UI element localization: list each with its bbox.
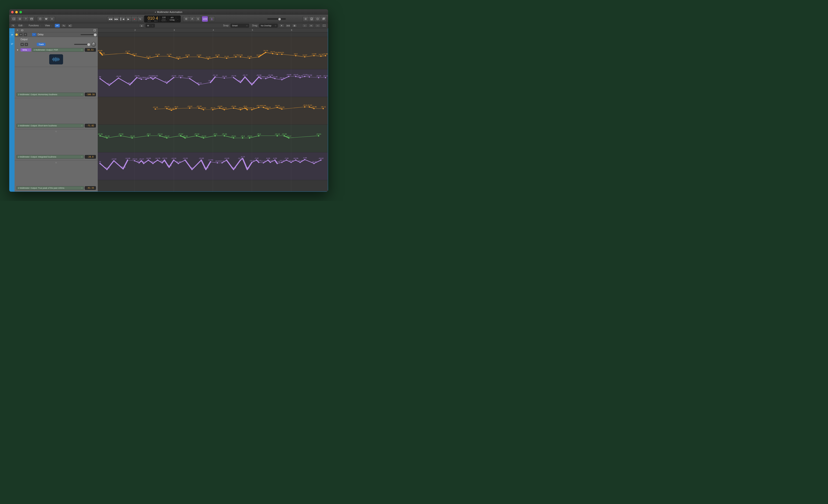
automation-point[interactable] — [187, 56, 188, 57]
rewind-button[interactable]: ◀◀ — [107, 16, 113, 22]
automation-point[interactable] — [258, 162, 259, 163]
automation-point[interactable] — [263, 162, 264, 164]
automation-point[interactable] — [304, 56, 305, 57]
automation-point[interactable] — [166, 82, 167, 84]
automation-point[interactable] — [265, 52, 266, 53]
automation-point[interactable] — [233, 169, 234, 170]
master-volume-slider[interactable] — [267, 18, 286, 19]
track-num-17[interactable]: 17 — [9, 37, 14, 51]
automation-point[interactable] — [106, 137, 108, 138]
automation-point[interactable] — [155, 109, 156, 110]
automation-point[interactable] — [284, 135, 285, 136]
notepad-button[interactable] — [308, 16, 315, 22]
automation-point[interactable] — [166, 137, 167, 138]
automation-point[interactable] — [189, 108, 190, 109]
automation-point[interactable] — [247, 169, 248, 170]
automation-point[interactable] — [318, 77, 319, 78]
param-select-momentary[interactable]: 2 Multimeter: Output: Momentary loudness… — [16, 93, 84, 96]
automation-point[interactable] — [214, 135, 215, 136]
record-button[interactable]: ● — [131, 16, 137, 22]
editor-button[interactable] — [49, 16, 55, 22]
metronome-button[interactable] — [209, 16, 215, 22]
automation-point[interactable] — [205, 169, 207, 170]
automation-point[interactable] — [309, 77, 310, 78]
automation-point[interactable] — [226, 57, 227, 59]
vzoom-tool[interactable]: ↕ — [302, 24, 307, 28]
param-select-integrated[interactable]: 2 Multimeter: Output: Integrated loudnes… — [16, 155, 84, 159]
automation-point[interactable] — [321, 160, 322, 161]
automation-point[interactable] — [189, 78, 190, 79]
link-button[interactable]: ∞ — [308, 24, 314, 28]
automation-point[interactable] — [235, 56, 236, 57]
list-editors-button[interactable] — [303, 16, 308, 22]
automation-point[interactable] — [166, 108, 167, 109]
automation-point[interactable] — [168, 56, 170, 57]
automation-point[interactable] — [258, 135, 259, 136]
automation-point[interactable] — [118, 78, 119, 79]
automation-point[interactable] — [318, 135, 319, 136]
automation-point[interactable] — [261, 78, 262, 79]
automation-point[interactable] — [295, 76, 296, 77]
global-tracks-button[interactable] — [93, 29, 96, 32]
stop-button[interactable]: ▎◀ — [119, 16, 125, 22]
automation-point[interactable] — [159, 135, 160, 136]
automation-point[interactable] — [203, 109, 204, 110]
minimize-icon[interactable] — [15, 11, 18, 13]
automation-point[interactable] — [132, 137, 133, 138]
automation-point[interactable] — [304, 76, 305, 77]
output-solo[interactable]: S — [25, 43, 28, 46]
close-icon[interactable] — [11, 11, 14, 13]
track-16-header[interactable]: M S ~ Delay — [14, 32, 98, 37]
hzoom-tool[interactable]: ↔ — [315, 24, 320, 28]
param-select-true-peak[interactable]: 2 Multimeter: Output: True peak of the p… — [16, 186, 84, 190]
automation-point[interactable] — [217, 56, 218, 57]
automation-point[interactable] — [288, 76, 289, 77]
automation-point[interactable] — [180, 135, 181, 136]
solo-track-button[interactable]: S — [24, 33, 27, 36]
add-track-button[interactable]: + — [16, 29, 19, 32]
automation-point[interactable] — [281, 109, 282, 110]
automation-point[interactable] — [244, 77, 246, 78]
automation-point[interactable] — [157, 160, 158, 161]
inspector-button[interactable] — [17, 16, 23, 22]
automation-point[interactable] — [286, 160, 287, 161]
automation-point[interactable] — [270, 77, 271, 78]
automation-point[interactable] — [113, 160, 114, 161]
automation-point[interactable] — [277, 107, 278, 108]
automation-point[interactable] — [263, 107, 264, 108]
automation-point[interactable] — [281, 79, 282, 80]
automation-track-mode[interactable]: Track — [37, 43, 45, 46]
functions-menu[interactable]: Functions⌄ — [27, 24, 42, 27]
mute-button[interactable]: M — [19, 33, 23, 36]
automation-point[interactable] — [226, 160, 227, 161]
disclosure-triangle[interactable]: ▼ — [16, 49, 19, 51]
track-volume-slider[interactable] — [81, 34, 97, 35]
loops-button[interactable] — [315, 16, 321, 22]
automation-point[interactable] — [258, 56, 259, 57]
automation-point[interactable] — [146, 79, 147, 80]
automation-point[interactable] — [129, 84, 130, 85]
automation-point[interactable] — [288, 137, 289, 138]
automation-point[interactable] — [101, 54, 103, 55]
replace-button[interactable] — [183, 16, 189, 22]
automation-point[interactable] — [247, 109, 248, 110]
automation-point[interactable] — [277, 135, 278, 136]
vzoom-button[interactable]: ⟷ — [286, 24, 291, 28]
waveform-zoom-button[interactable]: ✦ — [279, 24, 284, 28]
automation-point[interactable] — [300, 77, 301, 78]
automation-point[interactable] — [148, 160, 149, 161]
automation-point[interactable] — [162, 162, 163, 164]
automation-point[interactable] — [203, 137, 204, 138]
automation-point[interactable] — [217, 162, 218, 164]
fullscreen-icon[interactable] — [19, 11, 22, 13]
automation-point[interactable] — [304, 106, 305, 108]
chevron-down-icon[interactable]: ⌄ — [177, 18, 178, 20]
automation-point[interactable] — [295, 160, 296, 161]
value-true-peak[interactable]: -93.55 — [85, 186, 96, 190]
solo-button[interactable]: S — [195, 16, 201, 22]
automation-point[interactable] — [233, 77, 234, 78]
automation-point[interactable] — [168, 167, 170, 168]
automation-point[interactable] — [157, 56, 158, 57]
pan-knob[interactable] — [91, 42, 96, 47]
automation-point[interactable] — [199, 108, 200, 109]
